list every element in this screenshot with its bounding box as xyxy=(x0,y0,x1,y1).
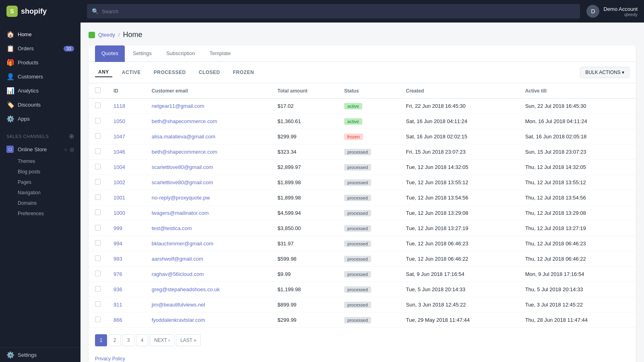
row-checkbox[interactable] xyxy=(95,103,101,108)
row-checkbox[interactable] xyxy=(95,240,101,246)
quote-email-link[interactable]: scarlettlove80@gmail.com xyxy=(152,179,213,185)
quote-id-link[interactable]: 999 xyxy=(114,225,122,231)
quote-id-link[interactable]: 993 xyxy=(114,256,122,262)
quote-id-link[interactable]: 1002 xyxy=(114,179,125,185)
quote-email-link[interactable]: no-reply@proxyquote.pw xyxy=(152,195,210,201)
filter-closed[interactable]: CLOSED xyxy=(196,68,223,77)
quote-email-link[interactable]: netgear11@gmail.com xyxy=(152,103,204,109)
filter-active[interactable]: ACTIVE xyxy=(119,68,144,77)
row-checkbox[interactable] xyxy=(95,148,101,154)
sidebar-item-analytics[interactable]: 📊 Analytics xyxy=(0,84,80,98)
row-checkbox[interactable] xyxy=(95,133,101,139)
page-3-button[interactable]: 3 xyxy=(122,334,134,346)
row-checkbox[interactable] xyxy=(95,255,101,261)
row-checkbox[interactable] xyxy=(95,317,101,322)
row-status: processed xyxy=(338,160,400,175)
sidebar-sub-navigation[interactable]: Navigation xyxy=(0,187,80,198)
quote-id-link[interactable]: 911 xyxy=(114,302,122,308)
filter-any[interactable]: ANY xyxy=(95,68,112,77)
row-checkbox[interactable] xyxy=(95,118,101,123)
sidebar-item-products[interactable]: 🎁 Products xyxy=(0,56,80,70)
row-status: processed xyxy=(338,144,400,160)
row-checkbox-cell xyxy=(89,206,107,221)
row-checkbox[interactable] xyxy=(95,286,101,292)
row-active-till: Thu, 12 Jul 2018 13:29:08 xyxy=(519,206,636,221)
filter-processed[interactable]: PROCESSED xyxy=(151,68,189,77)
sidebar-item-settings[interactable]: ⚙️ Settings xyxy=(0,348,80,362)
search-input[interactable] xyxy=(102,8,575,14)
add-sales-channel-icon[interactable]: ⊕ xyxy=(69,132,74,140)
bulk-actions-button[interactable]: BULK ACTIONS ▾ xyxy=(580,67,630,78)
quote-email-link[interactable]: lwagers@mailinator.com xyxy=(152,210,209,216)
row-id: 936 xyxy=(107,282,145,297)
quote-email-link[interactable]: greg@stepaheadshoes.co.uk xyxy=(152,286,220,292)
table-header-row: ID Customer email Total amount Status Cr… xyxy=(89,83,636,99)
quote-email-link[interactable]: fyoddalenkravtslar.com xyxy=(152,317,205,323)
online-store-settings-icon[interactable]: ◎ xyxy=(70,146,74,152)
quote-id-link[interactable]: 1118 xyxy=(114,103,125,109)
privacy-policy-link[interactable]: Privacy Policy xyxy=(89,353,636,362)
quote-email-link[interactable]: beth@shapecommerce.com xyxy=(152,149,217,155)
quote-email-link[interactable]: aarshwolf@gmail.com xyxy=(152,256,203,262)
breadcrumb-app-link[interactable]: Qteedy xyxy=(98,32,115,38)
sidebar-sub-preferences[interactable]: Preferences xyxy=(0,208,80,219)
sidebar-item-online-store[interactable]: ⬡ Online Store ○ ◎ xyxy=(0,142,80,156)
th-checkbox xyxy=(89,83,107,99)
top-navigation: S shopify 🔍 D Demo Account qteedy xyxy=(0,0,644,23)
row-checkbox[interactable] xyxy=(95,301,101,307)
quote-email-link[interactable]: raghav@56icloud.com xyxy=(152,271,204,277)
quote-id-link[interactable]: 866 xyxy=(114,317,122,323)
table-row: 1002 scarlettlove80@gmail.com $1,899.98 … xyxy=(89,175,636,190)
row-checkbox[interactable] xyxy=(95,194,101,200)
row-checkbox[interactable] xyxy=(95,210,101,215)
quote-id-link[interactable]: 994 xyxy=(114,241,122,247)
sidebar-item-customers[interactable]: 👤 Customers xyxy=(0,70,80,84)
sidebar-item-orders[interactable]: 📋 Orders 33 xyxy=(0,41,80,56)
online-store-icon: ⬡ xyxy=(6,146,14,153)
page-1-button[interactable]: 1 xyxy=(95,334,107,346)
status-badge: active xyxy=(344,103,362,109)
search-bar[interactable]: 🔍 xyxy=(87,4,580,19)
sidebar-sub-domains[interactable]: Domains xyxy=(0,198,80,208)
online-store-view-icon[interactable]: ○ xyxy=(64,146,67,152)
quote-email-link[interactable]: beth@shapecommerce.com xyxy=(152,118,217,124)
quote-email-link[interactable]: scarlettlove80@gmail.com xyxy=(152,164,213,170)
sidebar-sub-themes[interactable]: Themes xyxy=(0,156,80,167)
tab-settings[interactable]: Settings xyxy=(126,45,158,62)
row-checkbox[interactable] xyxy=(95,164,101,169)
quote-id-link[interactable]: 1004 xyxy=(114,164,125,170)
row-active-till: Sun, 15 Jul 2018 23:07:23 xyxy=(519,144,636,160)
tab-quotes[interactable]: Quotes xyxy=(95,45,125,62)
row-checkbox[interactable] xyxy=(95,271,101,276)
row-created: Fri, 15 Jun 2018 23:07:23 xyxy=(400,144,519,160)
page-4-button[interactable]: 4 xyxy=(136,334,148,346)
th-id: ID xyxy=(107,83,145,99)
quote-id-link[interactable]: 1050 xyxy=(114,118,125,124)
quote-id-link[interactable]: 936 xyxy=(114,286,122,292)
page-2-button[interactable]: 2 xyxy=(109,334,121,346)
row-checkbox[interactable] xyxy=(95,179,101,185)
quote-id-link[interactable]: 1001 xyxy=(114,195,125,201)
quote-email-link[interactable]: test@testica.com xyxy=(152,225,192,231)
tab-subscription[interactable]: Subscription xyxy=(160,45,202,62)
quote-id-link[interactable]: 976 xyxy=(114,271,122,277)
select-all-checkbox[interactable] xyxy=(95,87,101,93)
row-amount: $323.34 xyxy=(271,144,338,160)
sidebar-item-apps[interactable]: ⚙️ Apps xyxy=(0,112,80,126)
row-checkbox[interactable] xyxy=(95,225,101,230)
quote-id-link[interactable]: 1046 xyxy=(114,149,125,155)
sidebar-sub-pages[interactable]: Pages xyxy=(0,177,80,187)
sidebar-item-discounts[interactable]: 🏷️ Discounts xyxy=(0,98,80,112)
last-button[interactable]: LAST » xyxy=(176,334,201,346)
sidebar-sub-blog-posts[interactable]: Blog posts xyxy=(0,167,80,177)
quote-id-link[interactable]: 1000 xyxy=(114,210,125,216)
row-email: bklauchimmer@gmail.com xyxy=(145,236,271,251)
quote-email-link[interactable]: jim@beautifulviews.net xyxy=(152,302,205,308)
tab-template[interactable]: Template xyxy=(203,45,237,62)
quote-id-link[interactable]: 1047 xyxy=(114,134,125,140)
quote-email-link[interactable]: alisa.malatieva@gmail.com xyxy=(152,134,215,140)
next-button[interactable]: NEXT › xyxy=(150,334,174,346)
sidebar-item-home[interactable]: 🏠 Home xyxy=(0,27,80,41)
filter-frozen[interactable]: FROZEN xyxy=(230,68,257,77)
quote-email-link[interactable]: bklauchimmer@gmail.com xyxy=(152,241,213,247)
